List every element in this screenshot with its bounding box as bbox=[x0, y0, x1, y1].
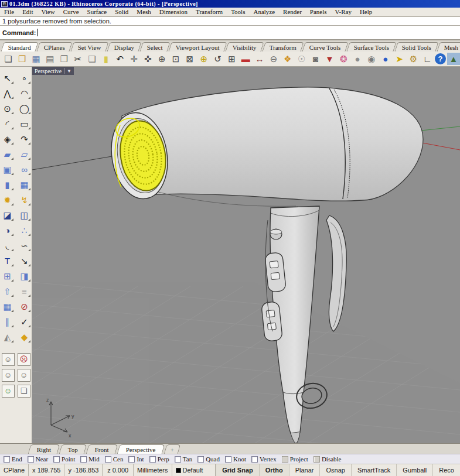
menu-item-surface[interactable]: Surface bbox=[83, 8, 111, 15]
osnap-project[interactable]: Project bbox=[282, 456, 308, 463]
polyline-icon[interactable]: ⋀ bbox=[1, 86, 15, 100]
menu-item-edit[interactable]: Edit bbox=[18, 8, 37, 15]
cplane-axis-icon[interactable]: ☺ bbox=[2, 385, 15, 398]
group-icon[interactable]: ∴ bbox=[18, 223, 32, 237]
offset-icon[interactable]: ∥ bbox=[1, 314, 15, 328]
array-icon[interactable]: ⊞ bbox=[1, 269, 15, 283]
new-page-icon[interactable]: ❏ bbox=[18, 385, 30, 398]
status-toggle-grid-snap[interactable]: Grid Snap bbox=[216, 464, 259, 476]
units-selector[interactable]: Millimeters bbox=[134, 464, 172, 476]
circle-analyze-icon[interactable]: ⊖ bbox=[267, 53, 280, 65]
menu-item-view[interactable]: View bbox=[37, 8, 59, 15]
text-icon[interactable]: T bbox=[1, 254, 15, 268]
viewport-dropdown-icon[interactable]: ▼ bbox=[67, 69, 71, 74]
color-wheel-icon[interactable]: ❂ bbox=[337, 53, 350, 65]
menu-item-dimension[interactable]: Dimension bbox=[155, 8, 192, 15]
primitives-icon[interactable]: ◭ bbox=[1, 330, 15, 344]
menu-item-file[interactable]: File bbox=[0, 8, 18, 15]
osnap-checkbox-point[interactable] bbox=[53, 456, 60, 463]
boolean-icon[interactable]: ✹ bbox=[1, 193, 15, 207]
mesh-surface-icon[interactable]: ▦ bbox=[18, 177, 32, 191]
osnap-disable[interactable]: Disable bbox=[314, 456, 342, 463]
osnap-checkbox-disable[interactable] bbox=[314, 456, 320, 463]
osnap-checkbox-tan[interactable] bbox=[175, 456, 181, 463]
cplane-selector[interactable]: CPlane bbox=[0, 464, 29, 476]
split-icon[interactable]: ◫ bbox=[18, 208, 32, 222]
osnap-checkbox-end[interactable] bbox=[4, 456, 10, 463]
status-toggle-reco[interactable]: Reco bbox=[432, 464, 460, 476]
fillet-icon[interactable]: ◟ bbox=[1, 238, 15, 252]
trim-icon[interactable]: ◪ bbox=[1, 208, 15, 222]
viewport-tab-top[interactable]: Top bbox=[59, 444, 87, 454]
osnap-checkbox-vertex[interactable] bbox=[251, 456, 258, 463]
osnap-quad[interactable]: Quad bbox=[197, 456, 220, 463]
tab-solid-tools[interactable]: Solid Tools bbox=[394, 42, 438, 52]
osnap-end[interactable]: End bbox=[4, 456, 22, 463]
zoom-extents-icon[interactable]: ⊠ bbox=[183, 53, 196, 65]
osnap-knot[interactable]: Knot bbox=[225, 456, 246, 463]
tab-transform[interactable]: Transform bbox=[262, 42, 304, 52]
undo-icon[interactable]: ↶ bbox=[114, 53, 127, 65]
menu-item-tools[interactable]: Tools bbox=[227, 8, 249, 15]
render-gray-sphere-icon[interactable]: ● bbox=[351, 53, 364, 65]
render-preview-sphere-icon[interactable]: ◉ bbox=[365, 53, 378, 65]
check-icon[interactable]: ✓ bbox=[18, 314, 32, 328]
status-toggle-planar[interactable]: Planar bbox=[289, 464, 320, 476]
tab-standard[interactable]: Standard bbox=[1, 42, 38, 52]
blend-curve-icon[interactable]: ∽ bbox=[18, 238, 32, 252]
annotate-icon[interactable]: ❖ bbox=[281, 53, 294, 65]
arc-icon[interactable]: ◜ bbox=[1, 117, 15, 131]
cylinder-icon[interactable]: ▮ bbox=[1, 177, 15, 191]
coordinate-y[interactable]: y -186.853 bbox=[64, 464, 103, 476]
tab-mesh-tools[interactable]: Mesh Tools bbox=[437, 42, 460, 52]
menu-item-curve[interactable]: Curve bbox=[59, 8, 83, 15]
dimension-path-icon[interactable]: ∟ bbox=[421, 53, 434, 65]
cplane-rotate-icon[interactable]: ☺ bbox=[2, 353, 15, 366]
osnap-mid[interactable]: Mid bbox=[80, 456, 99, 463]
mirror-icon[interactable]: ◨ bbox=[18, 269, 32, 283]
rectangle-icon[interactable]: ▭ bbox=[18, 117, 32, 131]
osnap-checkbox-mid[interactable] bbox=[80, 456, 87, 463]
move-icon[interactable]: ↘ bbox=[18, 254, 32, 268]
export-page-icon[interactable]: ❐ bbox=[57, 53, 70, 65]
section-icon[interactable]: ⊘ bbox=[18, 299, 32, 313]
help-icon[interactable]: ? bbox=[435, 53, 446, 64]
tab-cplanes[interactable]: CPlanes bbox=[37, 42, 73, 52]
patch-icon[interactable]: ▱ bbox=[18, 147, 32, 161]
osnap-int[interactable]: Int bbox=[128, 456, 144, 463]
menu-item-transform[interactable]: Transform bbox=[192, 8, 227, 15]
point-icon[interactable]: ∘ bbox=[18, 71, 32, 85]
zoom-dynamic-icon[interactable]: ⊕ bbox=[155, 53, 168, 65]
zoom-window-icon[interactable]: ⊡ bbox=[169, 53, 182, 65]
tab-surface-tools[interactable]: Surface Tools bbox=[346, 42, 397, 52]
copy-icon[interactable]: ❏ bbox=[86, 53, 98, 65]
alert-cone-icon[interactable]: ➤ bbox=[393, 53, 406, 65]
menu-item-mesh[interactable]: Mesh bbox=[132, 8, 155, 15]
osnap-checkbox-project[interactable] bbox=[282, 456, 288, 463]
undo-view-icon[interactable]: ↺ bbox=[212, 53, 224, 65]
helix-icon[interactable]: ↷ bbox=[18, 132, 32, 146]
osnap-point[interactable]: Point bbox=[53, 456, 75, 463]
save-icon[interactable]: ▦ bbox=[30, 53, 43, 65]
viewport-tab-front[interactable]: Front bbox=[86, 444, 118, 454]
osnap-vertex[interactable]: Vertex bbox=[251, 456, 277, 463]
status-toggle-osnap[interactable]: Osnap bbox=[319, 464, 350, 476]
cut-icon[interactable]: ✂ bbox=[71, 53, 84, 65]
new-file-icon[interactable]: ❏ bbox=[2, 53, 15, 65]
tab-set-view[interactable]: Set View bbox=[71, 42, 109, 52]
control-curve-icon[interactable]: ◠ bbox=[18, 86, 32, 100]
tab-select[interactable]: Select bbox=[140, 42, 171, 52]
tab-display[interactable]: Display bbox=[107, 42, 141, 52]
lock-icon[interactable]: ◙ bbox=[309, 53, 322, 65]
settings-gear-icon[interactable]: ⚙ bbox=[407, 53, 420, 65]
command-input[interactable]: Command: bbox=[0, 26, 460, 40]
menu-item-panels[interactable]: Panels bbox=[306, 8, 331, 15]
menu-item-v-ray[interactable]: V-Ray bbox=[331, 8, 356, 15]
grid-array-icon[interactable]: ▦ bbox=[1, 299, 15, 313]
explode-icon[interactable]: ↯ bbox=[18, 193, 32, 207]
osnap-near[interactable]: Near bbox=[28, 456, 48, 463]
viewport-tab-add-button[interactable]: + bbox=[164, 444, 181, 454]
zoom-selected-icon[interactable]: ⊕ bbox=[197, 53, 210, 65]
rotate-view-icon[interactable]: ✜ bbox=[141, 53, 154, 65]
viewport-tab-right[interactable]: Right bbox=[28, 444, 60, 454]
